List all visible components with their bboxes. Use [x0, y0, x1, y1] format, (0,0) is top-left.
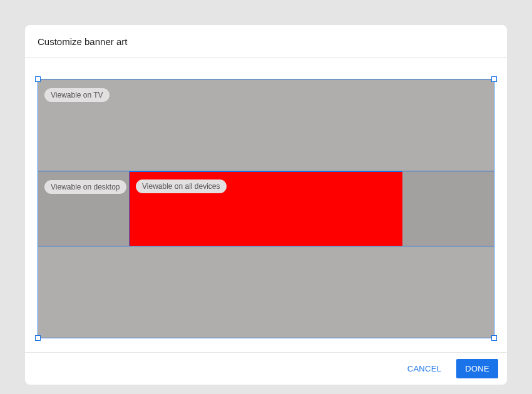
- dialog-body: Viewable on TV Viewable on desktop Viewa…: [25, 58, 507, 352]
- customize-banner-dialog: Customize banner art Viewable on TV View…: [25, 25, 507, 385]
- zone-tv-bottom: [38, 246, 494, 338]
- zone-safe-label: Viewable on all devices: [136, 179, 227, 193]
- zone-tv-label: Viewable on TV: [44, 88, 110, 102]
- crop-handle-bottom-right[interactable]: [491, 335, 497, 341]
- crop-frame[interactable]: Viewable on TV Viewable on desktop Viewa…: [38, 79, 494, 338]
- dialog-footer: CANCEL DONE: [25, 352, 507, 385]
- cancel-button[interactable]: CANCEL: [399, 359, 451, 378]
- zone-safe-all-devices: Viewable on all devices: [129, 171, 404, 246]
- dialog-title: Customize banner art: [38, 36, 494, 47]
- crop-handle-bottom-left[interactable]: [35, 335, 41, 341]
- zone-desktop-right: [402, 171, 494, 246]
- crop-handle-top-right[interactable]: [491, 76, 497, 82]
- zone-desktop-left: Viewable on desktop: [38, 171, 129, 246]
- zone-desktop-label: Viewable on desktop: [44, 180, 126, 194]
- zone-tv: Viewable on TV: [38, 79, 494, 171]
- crop-handle-top-left[interactable]: [35, 76, 41, 82]
- done-button[interactable]: DONE: [456, 359, 498, 378]
- dialog-header: Customize banner art: [25, 25, 507, 58]
